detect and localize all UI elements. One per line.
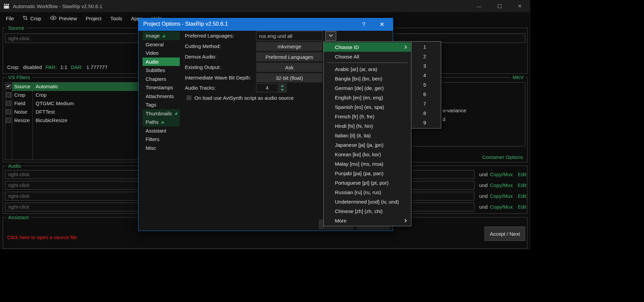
cutting-method-button[interactable]: mkvmerge: [256, 42, 323, 51]
submenu-item-id[interactable]: 2: [411, 52, 441, 61]
dialog-help-button[interactable]: ?: [357, 18, 370, 31]
copy-mux-link[interactable]: Copy/Mux: [490, 193, 513, 199]
edit-link[interactable]: Edit: [518, 182, 527, 188]
menu-preview[interactable]: Preview: [46, 12, 81, 24]
minimize-button[interactable]: —: [469, 0, 489, 12]
filter-checkbox[interactable]: [6, 118, 11, 123]
audio-language: und: [479, 182, 488, 188]
menu-item-language[interactable]: Hindi [hi] (hi, hin): [324, 121, 411, 131]
menu-item-language[interactable]: Russian [ru] (ru, rus): [324, 187, 411, 197]
menu-item-language[interactable]: Spanish [es] (es, spa): [324, 102, 411, 112]
assistant-message[interactable]: Click here to open a source file.: [7, 234, 78, 240]
menu-item-label: Punjabi [pa] (pa, pan): [335, 170, 383, 176]
menu-item-language[interactable]: Portuguese [pt] (pt, por): [324, 178, 411, 187]
sidebar-item-audio[interactable]: Audio: [143, 57, 180, 66]
menu-item-more[interactable]: More: [324, 216, 411, 225]
menu-item-label: Choose ID: [335, 44, 359, 50]
par-label: PAR:: [45, 64, 57, 70]
crop-info-line: Crop: disabled PAR: 1:1 DAR: 1.777777: [7, 64, 110, 70]
menu-project[interactable]: Project: [81, 12, 106, 24]
submenu-item-id[interactable]: 3: [411, 61, 441, 71]
container-options-link[interactable]: Container Options: [482, 154, 523, 160]
submenu-item-id[interactable]: 6: [411, 90, 441, 99]
avisynth-checkbox[interactable]: [186, 95, 192, 100]
maximize-button[interactable]: [489, 0, 510, 12]
accept-next-button[interactable]: Accept / Next: [485, 227, 525, 241]
edit-link[interactable]: Edit: [518, 204, 527, 210]
language-dropdown-button[interactable]: [325, 31, 336, 41]
list-item-fragment: d: [443, 116, 445, 122]
arrow-up-icon[interactable]: [281, 85, 284, 87]
submenu-item-id[interactable]: 4: [411, 71, 441, 80]
submenu-item-id[interactable]: 5: [411, 80, 441, 90]
sidebar-item-thumbnails[interactable]: Thumbnails: [143, 109, 180, 118]
submenu-item-label: 2: [423, 53, 426, 59]
menu-item-language[interactable]: Malay [ms] (ms, msa): [324, 159, 411, 168]
preferred-languages-input[interactable]: [256, 31, 323, 41]
stepper-arrows[interactable]: [278, 84, 286, 92]
menu-item-language[interactable]: Bangla [bn] (bn, ben): [324, 74, 411, 83]
menu-item-language[interactable]: French [fr] (fr, fre): [324, 112, 411, 121]
menu-item-language[interactable]: Punjabi [pa] (pa, pan): [324, 168, 411, 178]
menu-item-choose-id[interactable]: Choose ID: [324, 42, 411, 52]
audio-box-hint: right-click: [8, 204, 29, 210]
submenu-item-label: 9: [423, 120, 426, 125]
filter-checkbox[interactable]: [6, 101, 11, 106]
menu-item-label: Chinese [zh] (zh, chi): [335, 208, 383, 214]
submenu-item-label: 3: [423, 63, 426, 69]
menu-item-label: Undetermined [und] (iv, und): [335, 199, 399, 205]
sidebar-item-label: Timestamps: [146, 85, 173, 90]
dar-label: DAR:: [71, 64, 83, 70]
sidebar-item-filters[interactable]: Filters: [143, 135, 180, 144]
menu-item-language[interactable]: English [en] (en, eng): [324, 93, 411, 102]
submenu-item-id[interactable]: 9: [411, 118, 441, 127]
menu-crop[interactable]: Crop: [18, 12, 46, 24]
eye-icon: [50, 16, 57, 21]
sidebar-item-attachments[interactable]: Attachments: [143, 92, 180, 101]
dialog-close-button[interactable]: ✕: [374, 18, 389, 31]
copy-mux-link[interactable]: Copy/Mux: [490, 182, 513, 188]
menu-item-language[interactable]: Chinese [zh] (zh, chi): [324, 206, 411, 216]
demux-audio-button[interactable]: Preferred Languages: [256, 52, 323, 62]
close-button[interactable]: ✕: [510, 0, 530, 12]
menu-item-choose-all[interactable]: Choose All: [324, 52, 411, 61]
audio-tracks-stepper[interactable]: 4: [256, 84, 286, 92]
sidebar-item-misc[interactable]: Misc: [143, 144, 180, 153]
copy-mux-link[interactable]: Copy/Mux: [490, 171, 513, 177]
menu-item-language[interactable]: German [de] (de, ger): [324, 83, 411, 93]
sidebar-item-paths[interactable]: Paths: [143, 118, 180, 126]
sidebar-item-subtitles[interactable]: Subtitles: [143, 66, 180, 75]
menu-item-language[interactable]: Italian [it] (it, ita): [324, 131, 411, 140]
filter-checkbox[interactable]: [6, 109, 11, 114]
existing-output-button[interactable]: Ask: [256, 63, 323, 72]
menu-item-language[interactable]: Japanese [ja] (ja, jpn): [324, 140, 411, 149]
sidebar-item-general[interactable]: General: [143, 40, 180, 49]
avisynth-checkbox-label: On load use AviSynth script as audio sou…: [194, 95, 294, 101]
sidebar-item-video[interactable]: Video: [143, 49, 180, 57]
sidebar-item-assistant[interactable]: Assistant: [143, 126, 180, 135]
sidebar-item-label: General: [146, 42, 164, 47]
menu-item-language[interactable]: Korean [ko] (ko, kor): [324, 149, 411, 159]
submenu-item-id[interactable]: 8: [411, 109, 441, 118]
sidebar-item-image[interactable]: Image: [143, 31, 180, 40]
filter-checkbox-checked[interactable]: [6, 84, 11, 89]
sidebar-item-timestamps[interactable]: Timestamps: [143, 83, 180, 92]
sidebar-item-label: Image: [146, 33, 160, 39]
copy-mux-link[interactable]: Copy/Mux: [490, 204, 513, 210]
edit-link[interactable]: Edit: [518, 171, 527, 177]
filter-checkbox[interactable]: [6, 92, 11, 97]
title-bar: Automatic Workflow - StaxRip v2.50.6.1 —…: [0, 0, 530, 12]
menu-item-language[interactable]: Undetermined [und] (iv, und): [324, 197, 411, 206]
wave-bit-depth-button[interactable]: 32-bit (float): [256, 73, 323, 83]
menu-tools[interactable]: Tools: [106, 12, 127, 24]
menu-item-language[interactable]: Arabic [ar] (ar, ara): [324, 64, 411, 74]
submenu-item-id[interactable]: 7: [411, 99, 441, 109]
arrow-down-icon[interactable]: [281, 89, 284, 91]
sidebar-item-tags[interactable]: Tags: [143, 100, 180, 109]
edit-link[interactable]: Edit: [518, 193, 527, 199]
window-controls: — ✕: [469, 0, 530, 12]
menu-file[interactable]: File: [1, 12, 18, 24]
filter-value: Automatic: [36, 84, 58, 89]
submenu-item-id[interactable]: 1: [411, 42, 441, 52]
sidebar-item-chapters[interactable]: Chapters: [143, 75, 180, 84]
